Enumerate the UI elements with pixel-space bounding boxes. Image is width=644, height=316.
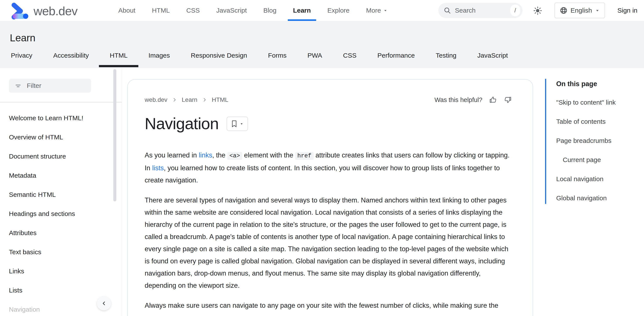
page-title: Navigation xyxy=(145,116,219,132)
sidebar-item-semantic-html[interactable]: Semantic HTML xyxy=(9,190,83,199)
course-tab-responsive-design[interactable]: Responsive Design xyxy=(191,51,247,60)
chevron-right-icon xyxy=(172,97,177,103)
search-icon xyxy=(444,7,451,14)
toc-item-current-page[interactable]: Current page xyxy=(556,157,616,163)
course-tabs: PrivacyAccessibilityHTMLImagesResponsive… xyxy=(11,51,529,60)
course-tab-css[interactable]: CSS xyxy=(343,51,357,60)
topnav-label: Learn xyxy=(293,7,311,14)
toc-item-global-navigation[interactable]: Global navigation xyxy=(556,195,616,201)
globe-icon xyxy=(560,6,568,14)
topnav-item-explore[interactable]: Explore xyxy=(319,0,358,21)
chevron-down-icon xyxy=(595,8,600,13)
feedback-label: Was this helpful? xyxy=(434,96,482,104)
topnav-label: More xyxy=(366,7,381,14)
topnav-item-html[interactable]: HTML xyxy=(144,0,178,21)
topnav-item-about[interactable]: About xyxy=(110,0,144,21)
toc-accent-bar xyxy=(545,79,546,204)
course-tab-images[interactable]: Images xyxy=(148,51,170,60)
filter-placeholder: Filter xyxy=(27,82,42,89)
course-tab-html[interactable]: HTML xyxy=(110,51,128,60)
bookmark-button[interactable] xyxy=(226,117,248,131)
breadcrumb-link-learn[interactable]: Learn xyxy=(182,96,198,103)
article-toolbar: web.devLearnHTML Was this helpful? xyxy=(145,96,512,104)
learn-hero: Learn PrivacyAccessibilityHTMLImagesResp… xyxy=(0,21,644,68)
article-body: As you learned in links, the <a> element… xyxy=(145,149,510,312)
inline-code: <a> xyxy=(227,152,242,160)
page-title-row: Navigation xyxy=(145,116,512,132)
sidebar-border xyxy=(122,68,122,316)
thumbs-up-button[interactable] xyxy=(489,96,497,104)
webdev-logo[interactable]: web.dev xyxy=(10,2,78,20)
chevron-down-icon xyxy=(383,8,388,13)
sidebar-item-lists[interactable]: Lists xyxy=(9,286,83,295)
thumb-down-icon xyxy=(504,96,512,104)
course-tab-pwa[interactable]: PWA xyxy=(308,51,322,60)
breadcrumb-link-html[interactable]: HTML xyxy=(212,96,228,103)
theme-toggle-button[interactable] xyxy=(532,4,544,17)
page: web.dev AboutHTMLCSSJavaScriptBlogLearnE… xyxy=(0,0,644,316)
topnav-item-css[interactable]: CSS xyxy=(178,0,208,21)
sidebar-scrollbar[interactable] xyxy=(113,69,116,201)
course-tab-forms[interactable]: Forms xyxy=(268,51,286,60)
sidebar-item-links[interactable]: Links xyxy=(9,266,83,276)
thumbs-down-button[interactable] xyxy=(504,96,512,104)
chevron-left-icon xyxy=(101,300,107,307)
toc-title: On this page xyxy=(556,80,616,88)
sidebar-item-headings-and-sections[interactable]: Headings and sections xyxy=(9,209,83,219)
sidebar-item-text-basics[interactable]: Text basics xyxy=(9,247,83,257)
article-card: web.devLearnHTML Was this helpful? xyxy=(127,79,533,316)
brand-wordmark: web.dev xyxy=(34,4,78,18)
sidebar-collapse-button[interactable] xyxy=(97,297,111,310)
sidebar-item-document-structure[interactable]: Document structure xyxy=(9,152,83,161)
search-shortcut-key: / xyxy=(510,4,520,16)
inline-code: href xyxy=(295,152,314,160)
feedback-widget: Was this helpful? xyxy=(434,96,512,104)
topnav-item-more[interactable]: More xyxy=(358,0,396,21)
course-tab-testing[interactable]: Testing xyxy=(436,51,456,60)
course-module-list: Welcome to Learn HTML!Overview of HTMLDo… xyxy=(9,113,83,316)
topnav-label: Blog xyxy=(264,7,276,14)
toc-item-page-breadcrumbs[interactable]: Page breadcrumbs xyxy=(556,138,616,144)
course-tab-privacy[interactable]: Privacy xyxy=(11,51,32,60)
app-header: web.dev AboutHTMLCSSJavaScriptBlogLearnE… xyxy=(0,0,644,21)
inline-link-links[interactable]: links xyxy=(199,151,212,159)
topnav-label: CSS xyxy=(186,7,200,14)
toc-item-table-of-contents[interactable]: Table of contents xyxy=(556,118,616,125)
topnav-item-learn[interactable]: Learn xyxy=(285,0,319,21)
thumb-up-icon xyxy=(489,96,497,104)
topnav-item-blog[interactable]: Blog xyxy=(255,0,285,21)
course-tab-performance[interactable]: Performance xyxy=(377,51,415,60)
hero-title: Learn xyxy=(10,32,36,44)
article-paragraph-3: Always make sure users can navigate to a… xyxy=(145,300,510,312)
breadcrumb: web.devLearnHTML xyxy=(145,96,228,103)
sidebar-divider xyxy=(0,102,122,102)
sun-icon xyxy=(533,6,542,15)
course-tab-javascript[interactable]: JavaScript xyxy=(477,51,508,60)
sidebar-item-welcome-to-learn-html[interactable]: Welcome to Learn HTML! xyxy=(9,113,83,123)
on-this-page: On this page "Skip to content" linkTable… xyxy=(545,79,616,214)
topnav-label: About xyxy=(118,7,135,14)
language-selector[interactable]: English xyxy=(554,2,605,18)
sidebar-item-metadata[interactable]: Metadata xyxy=(9,171,83,180)
language-label: English xyxy=(570,7,592,14)
breadcrumb-link-web-dev[interactable]: web.dev xyxy=(145,96,167,103)
inline-link-lists[interactable]: lists xyxy=(152,164,164,172)
bookmark-icon xyxy=(231,120,238,128)
course-tab-accessibility[interactable]: Accessibility xyxy=(53,51,89,60)
sidebar-item-navigation[interactable]: Navigation xyxy=(9,305,83,314)
topnav-label: HTML xyxy=(152,7,170,14)
toc-item-skip-to-content-link[interactable]: "Skip to content" link xyxy=(556,99,616,106)
topnav-item-javascript[interactable]: JavaScript xyxy=(208,0,255,21)
chevron-right-icon xyxy=(202,97,208,103)
search-placeholder: Search xyxy=(455,7,510,14)
sidebar-item-overview-of-html[interactable]: Overview of HTML xyxy=(9,133,83,142)
search-input[interactable]: Search / xyxy=(438,3,522,18)
top-navigation: AboutHTMLCSSJavaScriptBlogLearnExploreMo… xyxy=(110,0,396,21)
topnav-label: Explore xyxy=(328,7,350,14)
sidebar-item-attributes[interactable]: Attributes xyxy=(9,228,83,238)
sign-in-button[interactable]: Sign in xyxy=(618,0,638,21)
toc-item-local-navigation[interactable]: Local navigation xyxy=(556,176,616,182)
filter-input[interactable]: Filter xyxy=(9,79,91,93)
filter-icon xyxy=(14,82,22,89)
toc-list: "Skip to content" linkTable of contentsP… xyxy=(556,99,616,201)
